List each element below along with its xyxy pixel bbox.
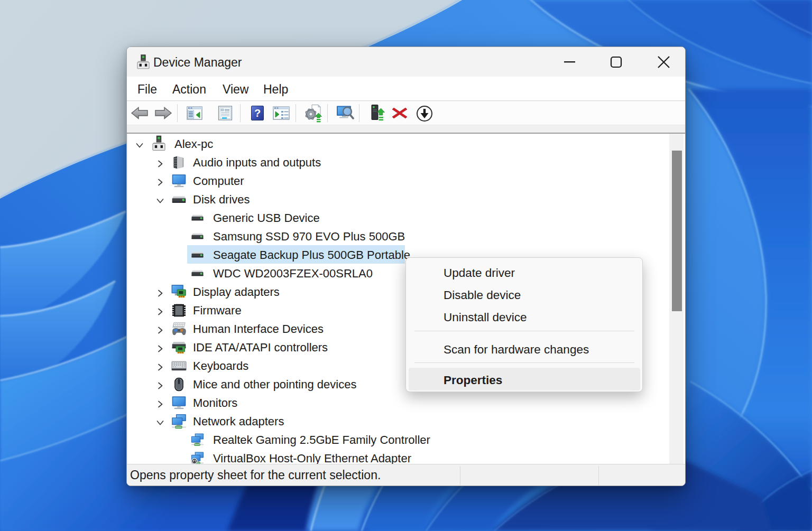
svg-text:?: ? <box>254 107 261 119</box>
